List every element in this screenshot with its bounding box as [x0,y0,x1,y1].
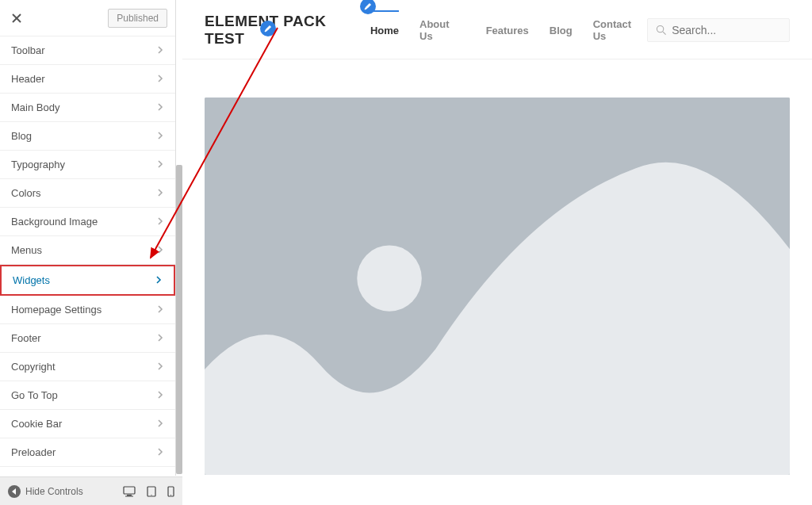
chevron-right-icon [156,159,164,170]
desktop-icon[interactable] [123,486,136,497]
chevron-right-icon [156,73,164,85]
mobile-icon[interactable] [167,486,174,497]
panel-item-label: Typography [11,159,65,170]
chevron-right-icon [155,274,163,286]
chevron-right-icon [156,332,164,344]
svg-point-7 [151,494,151,495]
panel-item-label: Preloader [11,446,56,458]
panel-item-label: Homepage Settings [11,304,102,316]
panel-item-additional-css[interactable]: Additional CSS [0,467,175,476]
chevron-right-icon [156,130,164,142]
panel-item-cookie-bar[interactable]: Cookie Bar [0,410,175,438]
svg-rect-3 [124,487,135,494]
panel-item-footer[interactable]: Footer [0,324,175,353]
bottom-bar: Hide Controls [0,476,182,505]
chevron-right-icon [156,304,164,316]
panel-item-label: Colors [11,187,41,199]
svg-point-9 [170,494,171,495]
nav-link-blog[interactable]: Blog [550,25,573,36]
chevron-right-icon [156,446,164,458]
site-logo[interactable]: ELEMENT PACK TEST [205,13,370,48]
edit-icon[interactable] [260,21,276,36]
nav-link-contact-us[interactable]: Contact Us [593,18,647,42]
panel-item-main-body[interactable]: Main Body [0,94,175,122]
panel-item-label: Blog [11,130,32,142]
panel-item-label: Background Image [11,216,98,228]
svg-marker-2 [12,488,16,495]
svg-point-10 [657,25,664,32]
panel-item-label: Toolbar [11,44,45,56]
panel-item-label: Go To Top [11,389,58,401]
panel-item-label: Cookie Bar [11,418,62,430]
panel-item-widgets[interactable]: Widgets [0,265,175,296]
search-box[interactable] [647,18,790,42]
sidebar-scrollbar[interactable] [176,165,182,474]
svg-rect-5 [125,495,133,496]
hide-controls-label: Hide Controls [25,486,83,497]
sidebar-header: Published [0,0,175,36]
panel-item-header[interactable]: Header [0,65,175,94]
chevron-right-icon [156,475,164,476]
nav-link-features[interactable]: Features [486,25,529,36]
chevron-right-icon [156,418,164,430]
chevron-right-icon [156,361,164,373]
search-input[interactable] [672,24,781,36]
panel-item-background-image[interactable]: Background Image [0,208,175,236]
svg-line-11 [663,32,665,34]
panel-item-copyright[interactable]: Copyright [0,353,175,381]
panel-item-blog[interactable]: Blog [0,122,175,151]
panel-item-label: Main Body [11,101,59,113]
publish-button[interactable]: Published [108,9,167,28]
collapse-icon [8,485,21,498]
preview-pane: ELEMENT PACK TEST HomeAbout UsFeaturesBl… [182,0,812,505]
panel-item-label: Widgets [13,274,50,286]
close-icon [11,13,22,24]
search-icon [656,24,667,36]
customizer-sidebar: Published ToolbarHeaderMain BodyBlogTypo… [0,0,176,476]
placeholder-graphic-icon [205,98,790,475]
panel-item-label: Additional CSS [11,475,80,476]
chevron-right-icon [156,244,164,256]
svg-point-13 [357,245,422,311]
main-nav: HomeAbout UsFeaturesBlogContact Us [370,18,647,42]
panel-item-label: Copyright [11,361,56,373]
panel-item-colors[interactable]: Colors [0,179,175,208]
chevron-right-icon [156,187,164,199]
chevron-right-icon [156,101,164,113]
chevron-right-icon [156,44,164,56]
device-switcher [123,486,174,497]
panel-item-toolbar[interactable]: Toolbar [0,36,175,65]
tablet-icon[interactable] [147,486,156,497]
panel-item-label: Footer [11,332,41,344]
panel-item-go-to-top[interactable]: Go To Top [0,381,175,410]
preview-header: ELEMENT PACK TEST HomeAbout UsFeaturesBl… [182,0,812,59]
nav-link-home[interactable]: Home [370,25,399,36]
hide-controls-button[interactable]: Hide Controls [8,485,83,498]
edit-icon[interactable] [360,0,376,14]
panel-item-homepage-settings[interactable]: Homepage Settings [0,296,175,324]
svg-rect-4 [127,495,132,496]
panel-list: ToolbarHeaderMain BodyBlogTypographyColo… [0,36,175,476]
panel-item-label: Menus [11,244,42,256]
chevron-right-icon [156,389,164,401]
nav-link-about-us[interactable]: About Us [419,18,465,42]
close-button[interactable] [8,10,25,27]
chevron-right-icon [156,216,164,228]
panel-item-menus[interactable]: Menus [0,236,175,265]
panel-item-preloader[interactable]: Preloader [0,438,175,467]
panel-item-typography[interactable]: Typography [0,151,175,179]
image-placeholder [205,98,790,475]
panel-item-label: Header [11,73,45,85]
